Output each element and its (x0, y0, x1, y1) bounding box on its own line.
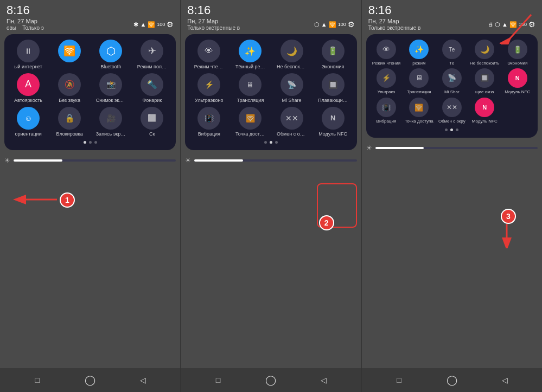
nav-circle-2[interactable]: ◯ (264, 374, 277, 387)
qs-label-dark: Тёмный режим (235, 64, 265, 70)
qs-label-battery-save: Экономия (322, 64, 345, 70)
qs-grid-2: 👁 Режим чтения ✨ Тёмный режим 🌙 Не беспо… (189, 40, 352, 137)
nav-bar-3: □ ◯ ◁ (362, 368, 542, 392)
qs-icon-bat3: 🔋 (508, 40, 527, 59)
nav-circle-3[interactable]: ◯ (445, 374, 458, 387)
qs-label-reading3: Режим чтения (372, 61, 400, 66)
qs-icon-wifi: 🛜 (58, 40, 81, 62)
qs-tile-share3[interactable]: ✕✕ Обмен с окру (436, 98, 468, 124)
qs-tile-lock[interactable]: 🔒 Блокировка (50, 107, 89, 137)
qs-icon-float2: 🔲 (322, 73, 345, 96)
brightness-3: ☀ (366, 144, 538, 152)
qs-tile-dark[interactable]: ✨ Тёмный режим (231, 40, 270, 70)
qs-tile-nfc3b[interactable]: N Модуль NFC (469, 98, 500, 124)
qs-tile-vib3[interactable]: 📳 Вибрация (371, 98, 402, 124)
brightness-track-2[interactable] (194, 159, 356, 162)
qs-tile-extra1[interactable]: ⬜ Ск (132, 107, 171, 137)
qs-tile-nfc3[interactable]: N Модуль NFC (502, 68, 533, 95)
brightness-icon-1: ☀ (4, 157, 10, 164)
brightness-icon-3: ☀ (366, 144, 372, 152)
qs-tile-airplane[interactable]: ✈ Режим полета (132, 40, 171, 70)
qs-tile-rotation[interactable]: ☺ ориентации (9, 107, 48, 137)
status-bar-3: 8:16 Пн, 27 Мар Только экстренные в 🖨 ⬡ … (362, 0, 542, 32)
qs-label-vib3: Вибрация (377, 119, 397, 124)
qs-icon-reading3: 👁 (377, 40, 396, 59)
nav-back-2[interactable]: ◁ (317, 374, 330, 387)
qs-tile-nfc2[interactable]: N Модуль NFC (314, 107, 353, 137)
nav-square-2[interactable]: □ (212, 374, 225, 387)
qs-tile-cast2[interactable]: 🖥 Трансляция (231, 73, 270, 104)
qs-tile-mishare2[interactable]: 📡 Mi Share (272, 73, 311, 104)
qs-tile-mishare3[interactable]: 📡 Mi Shar (436, 68, 468, 95)
qs-tile-reading3[interactable]: 👁 Режим чтения (371, 40, 402, 66)
qs-icon-airplane: ✈ (141, 40, 163, 62)
qs-icon-vib2: 📳 (197, 107, 220, 130)
qs-icon-bluetooth: ⬡ (99, 40, 122, 62)
qs-tile-wifi[interactable]: 🛜 (50, 40, 89, 70)
qs-tile-torch[interactable]: 🔦 Фонарик (132, 73, 171, 104)
qs-tile-ultraeco3[interactable]: ⚡ Ультракэ (371, 68, 402, 95)
qs-icon-te3: Те (442, 40, 462, 59)
nav-circle-1[interactable]: ◯ (84, 374, 97, 387)
gear-icon-2[interactable]: ⚙ (348, 20, 355, 29)
qs-label-ultraeco3: Ультракэ (377, 89, 395, 95)
nav-bar-1: □ ◯ ◁ (0, 368, 180, 392)
qs-tile-battery-save[interactable]: 🔋 Экономия (314, 40, 353, 70)
status-icons-3: 🖨 ⬡ ▲ 🛜 100 ⚙ (488, 20, 535, 29)
status-bar-2: 8:16 Пн, 27 Мар Только экстренные в ⬡ ▲ … (181, 0, 361, 32)
qs-tile-reading[interactable]: 👁 Режим чтения (189, 40, 228, 70)
qs-icon-nfc3: N (508, 68, 527, 88)
qs-tile-bluetooth[interactable]: ⬡ Bluetooth (91, 40, 130, 70)
qs-tile-te3[interactable]: Те Те (436, 40, 468, 66)
qs-label-dnd3: Не беспокоить (470, 61, 500, 66)
screen-2: 8:16 Пн, 27 Мар Только экстренные в ⬡ ▲ … (181, 0, 361, 392)
qs-tile-float3[interactable]: 🔲 щие окна (469, 68, 500, 95)
qs-tile-cast3[interactable]: 🖥 Трансляция (403, 68, 435, 95)
qs-icon-dnd: 🌙 (280, 40, 303, 62)
brightness-track-1[interactable] (14, 159, 176, 162)
nav-square-1[interactable]: □ (31, 374, 44, 387)
gear-icon-1[interactable]: ⚙ (167, 20, 174, 29)
qs-icon-lock: 🔒 (58, 107, 81, 130)
qs-tile-dnd3[interactable]: 🌙 Не беспокоить (469, 40, 500, 66)
qs-label-share2: Обмен с окру (277, 131, 307, 137)
qs-tile-bat3[interactable]: 🔋 Экономия (502, 40, 533, 66)
qs-tile-hotspot3[interactable]: 🛜 Точка доступа (403, 98, 435, 124)
qs-tile-dnd[interactable]: 🌙 Не беспокоить (272, 40, 311, 70)
qs-tile-dark3[interactable]: ✨ режим (403, 40, 435, 66)
qs-tile-ultraeco2[interactable]: ⚡ Ультраэконо (189, 73, 228, 104)
qs-tile-hotspot2[interactable]: 🛜 Точка доступа (231, 107, 270, 137)
nav-back-1[interactable]: ◁ (137, 374, 150, 387)
qs-icon-float3: 🔲 (475, 68, 494, 88)
brightness-2: ☀ (185, 157, 356, 164)
brightness-icon-2: ☀ (185, 157, 191, 164)
brightness-track-3[interactable] (375, 147, 538, 149)
qs-icon-share2: ✕✕ (280, 107, 303, 130)
qs-tile-screenshot[interactable]: 📸 Снимок экрана (91, 73, 130, 104)
qs-icon-dark3: ✨ (409, 40, 429, 59)
gear-icon-3[interactable]: ⚙ (528, 20, 535, 29)
qs-tile-share2[interactable]: ✕✕ Обмен с окру (272, 107, 311, 137)
nav-back-3[interactable]: ◁ (498, 374, 511, 387)
qs-tile-silent[interactable]: 🔕 Без звука (50, 73, 89, 104)
time-1: 8:16 (7, 4, 174, 16)
time-3: 8:16 (368, 4, 535, 16)
status-bar-1: 8:16 Пн, 27 Мар овы Только э ✱ ▲ 🛜 100 ⚙ (0, 0, 180, 32)
qs-icon-nfc2: N (322, 107, 345, 130)
qs-icon-hotspot3: 🛜 (409, 98, 429, 117)
qs-icon-screenshot: 📸 (99, 73, 122, 96)
qs-tile-autobrightness[interactable]: A Автояркость (9, 73, 48, 104)
qs-label-extra1: Ск (149, 131, 155, 137)
battery-icon-2: 100 (338, 22, 346, 27)
qs-tile-float2[interactable]: 🔲 Плавающие ок (314, 73, 353, 104)
status-icons-1: ✱ ▲ 🛜 100 ⚙ (133, 20, 174, 29)
wifi-icon-2: 🛜 (329, 21, 336, 28)
qs-label-share3: Обмен с окру (438, 119, 466, 124)
qs-tile-vib2[interactable]: 📳 Вибрация (189, 107, 228, 137)
dots-row-2 (189, 141, 352, 144)
nav-square-3[interactable]: □ (392, 374, 405, 387)
brightness-fill-2 (194, 159, 243, 162)
qs-tile-mobile-data[interactable]: ⏸ ый интернет (9, 40, 48, 70)
qs-label-float3: щие окна (475, 89, 494, 95)
qs-tile-screenrecord[interactable]: 🎥 Запись экрана (91, 107, 130, 137)
